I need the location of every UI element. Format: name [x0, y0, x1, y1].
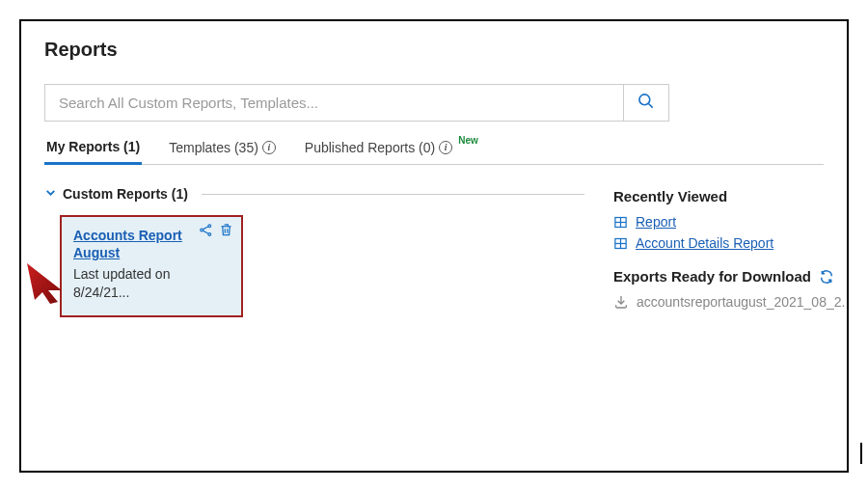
search-input[interactable] [44, 84, 623, 122]
tab-my-reports[interactable]: My Reports (1) [44, 133, 142, 165]
left-column: Custom Reports (1) [44, 186, 584, 317]
card-actions [199, 223, 233, 237]
recently-viewed-heading: Recently Viewed [613, 188, 845, 204]
trash-icon[interactable] [219, 223, 233, 237]
svg-point-0 [639, 95, 650, 105]
share-icon[interactable] [199, 223, 213, 237]
svg-line-1 [649, 104, 653, 108]
page-frame: Reports My Reports (1) Templates (35) i … [19, 19, 849, 473]
download-icon [613, 294, 629, 310]
search-button[interactable] [623, 84, 669, 122]
report-card[interactable]: Accounts Report August Last updated on 8… [60, 215, 243, 317]
table-icon [613, 236, 628, 251]
chevron-down-icon [44, 186, 57, 202]
text-caret [860, 443, 862, 464]
export-filename: accountsreportaugust_2021_08_2. [637, 294, 845, 310]
tab-label: My Reports (1) [46, 139, 140, 154]
page-title: Reports [44, 39, 824, 61]
svg-point-2 [208, 225, 211, 228]
recently-viewed-link: Account Details Report [636, 235, 773, 251]
tab-published[interactable]: Published Reports (0) i New [303, 134, 480, 163]
tab-label: Published Reports (0) [305, 140, 435, 155]
content-area: Custom Reports (1) [44, 186, 824, 317]
search-icon [637, 92, 656, 114]
section-rule [202, 194, 584, 195]
exports-heading: Exports Ready for Download [613, 268, 811, 285]
right-column: Recently Viewed Report [613, 186, 845, 317]
info-icon[interactable]: i [262, 141, 276, 154]
custom-reports-header[interactable]: Custom Reports (1) [44, 186, 584, 202]
tab-label: Templates (35) [169, 140, 258, 155]
recently-viewed-link: Report [636, 214, 676, 230]
svg-line-5 [203, 227, 208, 230]
search-bar [44, 84, 824, 122]
report-meta: Last updated on 8/24/21... [73, 265, 230, 302]
svg-point-4 [208, 233, 211, 236]
info-icon[interactable]: i [439, 141, 452, 154]
table-icon [613, 215, 628, 230]
export-item[interactable]: accountsreportaugust_2021_08_2. [613, 294, 845, 310]
recently-viewed-item[interactable]: Account Details Report [613, 235, 845, 251]
new-badge: New [458, 135, 478, 146]
refresh-icon[interactable] [819, 269, 834, 285]
recently-viewed-item[interactable]: Report [613, 214, 845, 230]
svg-point-3 [201, 229, 203, 231]
svg-line-6 [203, 231, 208, 233]
tab-bar: My Reports (1) Templates (35) i Publishe… [44, 133, 824, 165]
tab-templates[interactable]: Templates (35) i [167, 134, 278, 163]
section-title: Custom Reports (1) [63, 186, 188, 202]
exports-heading-row: Exports Ready for Download [613, 268, 845, 285]
report-title-link[interactable]: Accounts Report August [73, 227, 199, 261]
